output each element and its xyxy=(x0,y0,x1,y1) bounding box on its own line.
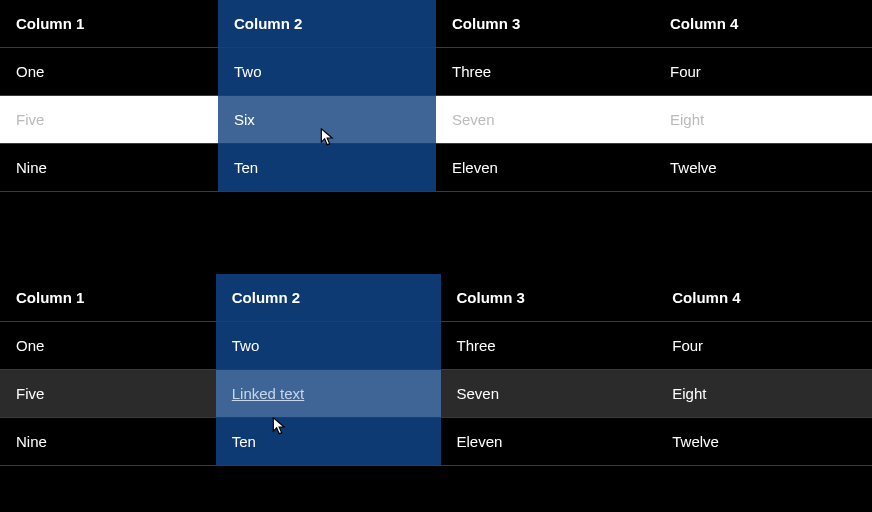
table-cell: Seven xyxy=(436,96,654,144)
table-row-hovered[interactable]: Five Linked text Seven Eight xyxy=(0,370,872,418)
table-header-row: Column 1 Column 2 Column 3 Column 4 xyxy=(0,0,872,48)
table-cell: Five xyxy=(0,96,218,144)
table-cell: Twelve xyxy=(654,144,872,192)
table-cell: Nine xyxy=(0,418,216,466)
table-cell: Eleven xyxy=(441,418,657,466)
table-row[interactable]: One Two Three Four xyxy=(0,322,872,370)
table-cell: Two xyxy=(218,48,436,96)
table-top: Column 1 Column 2 Column 3 Column 4 One … xyxy=(0,0,872,192)
table-cell: Ten xyxy=(218,144,436,192)
col-header-1: Column 1 xyxy=(0,0,218,48)
col-header-3: Column 3 xyxy=(436,0,654,48)
table-cell: Seven xyxy=(441,370,657,418)
table-cell-link[interactable]: Linked text xyxy=(216,370,441,418)
table-row[interactable]: Nine Ten Eleven Twelve xyxy=(0,144,872,192)
table-cell: Ten xyxy=(216,418,441,466)
table-cell: Six xyxy=(218,96,436,144)
table-cell: Eight xyxy=(656,370,872,418)
table-cell: Eleven xyxy=(436,144,654,192)
col-header-1: Column 1 xyxy=(0,274,216,322)
table-bottom: Column 1 Column 2 Column 3 Column 4 One … xyxy=(0,274,872,466)
table-cell: Four xyxy=(654,48,872,96)
table-row[interactable]: One Two Three Four xyxy=(0,48,872,96)
table-cell: Two xyxy=(216,322,441,370)
table-cell: One xyxy=(0,322,216,370)
table-row[interactable]: Nine Ten Eleven Twelve xyxy=(0,418,872,466)
col-header-3: Column 3 xyxy=(441,274,657,322)
table-header-row: Column 1 Column 2 Column 3 Column 4 xyxy=(0,274,872,322)
table-cell: Three xyxy=(436,48,654,96)
table-cell: Five xyxy=(0,370,216,418)
table-cell: Twelve xyxy=(656,418,872,466)
col-header-2: Column 2 xyxy=(218,0,436,48)
col-header-4: Column 4 xyxy=(654,0,872,48)
col-header-4: Column 4 xyxy=(656,274,872,322)
col-header-2: Column 2 xyxy=(216,274,441,322)
table-cell: Eight xyxy=(654,96,872,144)
table-cell: Three xyxy=(441,322,657,370)
table-cell: One xyxy=(0,48,218,96)
link-text[interactable]: Linked text xyxy=(232,385,305,402)
table-cell: Nine xyxy=(0,144,218,192)
table-row-hovered[interactable]: Five Six Seven Eight xyxy=(0,96,872,144)
table-cell: Four xyxy=(656,322,872,370)
